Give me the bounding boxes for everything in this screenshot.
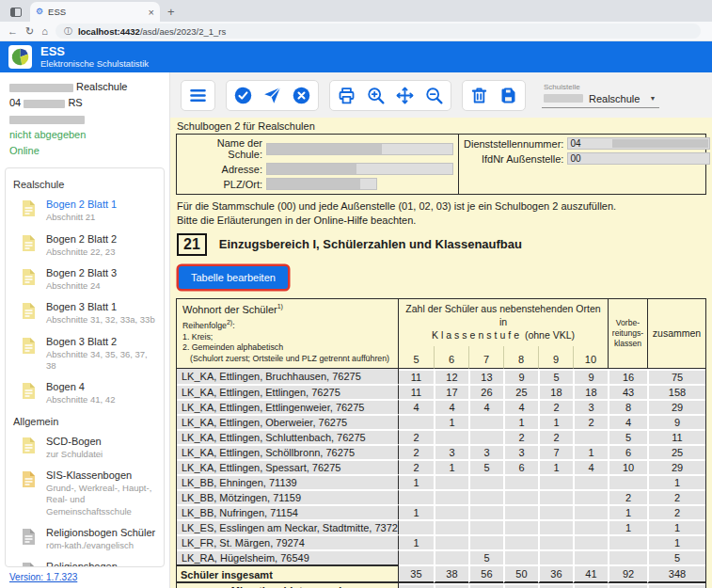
cell-value: 0: [399, 583, 434, 588]
cell-value: [399, 489, 434, 504]
cell-value: [608, 474, 647, 489]
sidebar-item-sub: röm-kath./evangelisch: [46, 540, 155, 551]
zoom-in-button[interactable]: [361, 82, 390, 109]
cell-value: 2: [399, 444, 434, 459]
cell-value: 5: [538, 369, 573, 384]
toolbar: Schulstelle Realschule ▼: [170, 72, 712, 118]
refresh-icon[interactable]: ↻: [25, 26, 34, 37]
sidebar-item[interactable]: Religionsbogen Schülerröm-kath./evangeli…: [6, 522, 164, 556]
document-icon: [22, 437, 36, 454]
send-button[interactable]: [258, 82, 287, 109]
document-icon: [22, 302, 36, 320]
sidebar-item-label: Bogen 3 Blatt 1: [46, 301, 155, 312]
class-column-header: 6: [434, 346, 468, 369]
edit-table-button[interactable]: Tabelle bearbeiten: [179, 266, 288, 289]
sidebar-item-sub: Abschnitte 31, 32, 33a, 33b: [46, 314, 155, 326]
move-button[interactable]: [390, 82, 419, 109]
cell-value: 5: [468, 549, 503, 564]
cell-value: [538, 519, 573, 534]
cell-value: [468, 504, 503, 519]
sidebar-item[interactable]: Religionsbogen Lehrkräfteröm.-kath.: [6, 556, 164, 567]
cell-value: 1: [503, 414, 538, 429]
cell-value: 2: [538, 429, 573, 444]
cell-value: 2: [573, 414, 608, 429]
cell-value: 4: [573, 459, 608, 474]
school-name-input[interactable]: [266, 143, 453, 155]
confirm-button[interactable]: [229, 82, 258, 109]
sidebar-item[interactable]: SCD-Bogenzur Schuldatei: [6, 431, 164, 465]
class-column-header: 5: [399, 346, 434, 369]
cell-value: [434, 519, 468, 534]
cancel-button[interactable]: [287, 82, 316, 109]
dienststellennummer-field[interactable]: 04: [567, 137, 710, 150]
back-icon[interactable]: ←: [8, 26, 18, 37]
schulstelle-select[interactable]: Schulstelle Realschule ▼: [542, 83, 659, 108]
cell-value: [434, 489, 468, 504]
zoom-out-button[interactable]: [419, 82, 449, 109]
sidebar-item[interactable]: SIS-KlassenbogenGrund-, Werkreal-, Haupt…: [6, 465, 164, 522]
plz-label: PLZ/Ort:: [180, 179, 262, 190]
section-title: Einzugsbereich I, Schülerzahlen und Klas…: [219, 237, 522, 251]
cell-value: [538, 549, 573, 564]
tab-title: ESS: [48, 7, 143, 17]
sidebar-item-label: Religionsbogen Lehrkräfte: [46, 561, 158, 567]
cell-value: 158: [647, 384, 705, 399]
sidebar-item[interactable]: Bogen 2 Blatt 1Abschnitt 21: [6, 194, 164, 228]
sidebar-item-sub: Grund-, Werkreal-, Haupt-, Real- und Gem…: [46, 483, 158, 517]
cell-town: LK_KA, Ettlingen, Ettlingenweier, 76275: [177, 399, 399, 414]
home-icon[interactable]: ⌂: [41, 26, 48, 37]
sidebar-item[interactable]: Bogen 2 Blatt 3Abschnitte 24: [6, 262, 164, 296]
version-link[interactable]: Version: 1.7.323: [9, 572, 77, 582]
print-button[interactable]: [332, 82, 361, 109]
schuelerzahlen-table: Wohnort der Schüler1) Reihenfolge2): 1. …: [176, 298, 706, 588]
sidebar-item[interactable]: Bogen 2 Blatt 2Abschnitte 22, 23: [6, 229, 164, 262]
summary-row: DarunterMigrationshintergrund00131957921…: [177, 583, 705, 588]
cell-value: 43: [608, 384, 647, 399]
adresse-input[interactable]: [266, 163, 453, 175]
sidebar-item[interactable]: Bogen 3 Blatt 1Abschnitte 31, 32, 33a, 3…: [6, 296, 164, 330]
chevron-down-icon: ▼: [649, 95, 656, 102]
table-row: LK_KA, Ettlingen, Schöllbronn, 762752333…: [177, 444, 705, 459]
sidebar-item[interactable]: Bogen 4Abschnitte 41, 42: [6, 376, 164, 410]
document-icon: [22, 382, 36, 400]
tab-close-icon[interactable]: ×: [149, 7, 154, 18]
cell-value: [503, 534, 538, 549]
sidebar-item[interactable]: Bogen 3 Blatt 2Abschnitte 34, 35, 36, 37…: [6, 331, 164, 377]
new-tab-button[interactable]: +: [167, 5, 175, 19]
sidebar-item-label: Bogen 2 Blatt 2: [46, 233, 117, 245]
document-icon: [22, 199, 36, 217]
redacted-value: [267, 144, 382, 154]
save-button[interactable]: [494, 82, 523, 109]
menu-button[interactable]: [183, 82, 213, 109]
cell-value: 3: [468, 444, 503, 459]
plz-input[interactable]: [266, 178, 377, 190]
cell-value: [434, 429, 468, 444]
site-info-icon[interactable]: ⓘ: [64, 25, 72, 38]
redacted-school-number: [24, 100, 65, 108]
cell-value: 9: [573, 369, 608, 384]
tab-actions-button[interactable]: [5, 3, 27, 21]
cell-value: [608, 549, 647, 564]
cell-value: 18: [573, 384, 608, 399]
summary-label: DarunterMigrationshintergrund: [177, 583, 399, 588]
cell-value: 6: [503, 459, 538, 474]
cell-value: 9: [503, 369, 538, 384]
cell-value: [573, 549, 608, 564]
cell-value: 4: [503, 399, 538, 414]
delete-button[interactable]: [465, 82, 494, 109]
cell-value: 2: [608, 489, 647, 504]
browser-tab[interactable]: ⚙ ESS ×: [30, 2, 160, 22]
sidebar-item-sub: zur Schuldatei: [46, 449, 103, 460]
app-header: ESS Elektronische Schulstatistik: [0, 41, 712, 72]
cell-value: 1: [608, 519, 647, 534]
cell-town: LK_RA, Hügelsheim, 76549: [177, 549, 399, 564]
cell-value: 4: [399, 399, 434, 414]
school-number-suffix: RS: [68, 97, 82, 108]
cell-value: 13: [468, 583, 503, 588]
ifdnr-field[interactable]: 00: [567, 152, 710, 165]
cell-value: 13: [468, 369, 503, 384]
cell-value: [573, 504, 608, 519]
url-bar[interactable]: ⓘ localhost:4432/asd/aes/2023/2_1_rs: [55, 24, 701, 39]
form-notes: Für die Stammschule (00) und jede Außens…: [177, 199, 706, 229]
school-number-prefix: 04: [9, 97, 21, 108]
